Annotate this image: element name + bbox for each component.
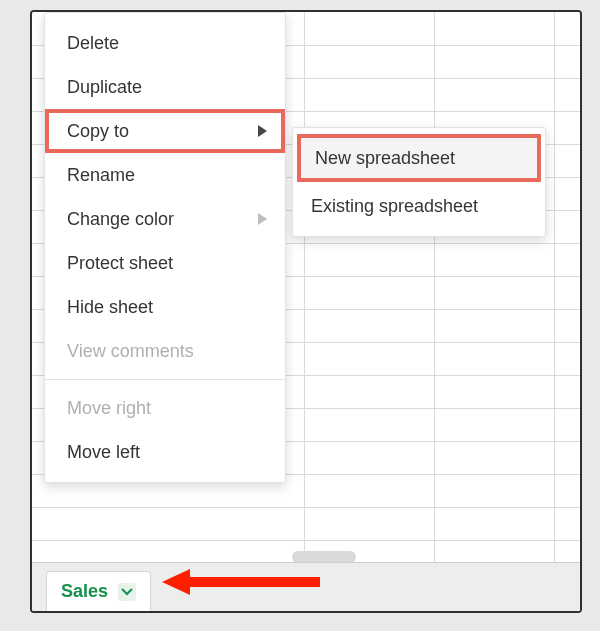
menu-item-copy-to[interactable]: Copy to <box>45 109 285 153</box>
submenu-arrow-icon <box>258 213 267 225</box>
menu-item-label: Duplicate <box>67 77 142 98</box>
menu-item-label: Move left <box>67 442 140 463</box>
menu-item-label: Copy to <box>67 121 129 142</box>
sheet-tab-sales[interactable]: Sales <box>46 571 151 612</box>
menu-item-view-comments: View comments <box>45 329 285 373</box>
submenu-item-label: Existing spreadsheet <box>311 196 478 217</box>
sheet-tab-dropdown-icon[interactable] <box>118 583 136 601</box>
menu-item-move-left[interactable]: Move left <box>45 430 285 474</box>
menu-separator <box>45 379 285 380</box>
copy-to-submenu: New spreadsheet Existing spreadsheet <box>292 127 546 237</box>
menu-item-protect-sheet[interactable]: Protect sheet <box>45 241 285 285</box>
menu-item-label: Hide sheet <box>67 297 153 318</box>
submenu-arrow-icon <box>258 125 267 137</box>
sheet-context-menu: Delete Duplicate Copy to Rename Change c… <box>44 12 286 483</box>
menu-item-label: Rename <box>67 165 135 186</box>
menu-item-label: Protect sheet <box>67 253 173 274</box>
submenu-item-label: New spreadsheet <box>315 148 455 169</box>
menu-item-label: Move right <box>67 398 151 419</box>
screenshot-stage: Sales Delete Duplicate Copy to Ren <box>0 0 600 631</box>
menu-item-rename[interactable]: Rename <box>45 153 285 197</box>
menu-item-hide-sheet[interactable]: Hide sheet <box>45 285 285 329</box>
grid-row <box>32 507 580 541</box>
submenu-item-existing-spreadsheet[interactable]: Existing spreadsheet <box>293 182 545 230</box>
app-window: Sales Delete Duplicate Copy to Ren <box>30 10 582 613</box>
menu-item-duplicate[interactable]: Duplicate <box>45 65 285 109</box>
menu-item-move-right: Move right <box>45 386 285 430</box>
menu-item-change-color[interactable]: Change color <box>45 197 285 241</box>
menu-item-label: Delete <box>67 33 119 54</box>
sheet-tab-label: Sales <box>61 581 108 602</box>
submenu-item-new-spreadsheet[interactable]: New spreadsheet <box>297 134 541 182</box>
sheet-tab-bar: Sales <box>32 562 580 611</box>
menu-item-label: Change color <box>67 209 174 230</box>
menu-item-label: View comments <box>67 341 194 362</box>
menu-item-delete[interactable]: Delete <box>45 21 285 65</box>
